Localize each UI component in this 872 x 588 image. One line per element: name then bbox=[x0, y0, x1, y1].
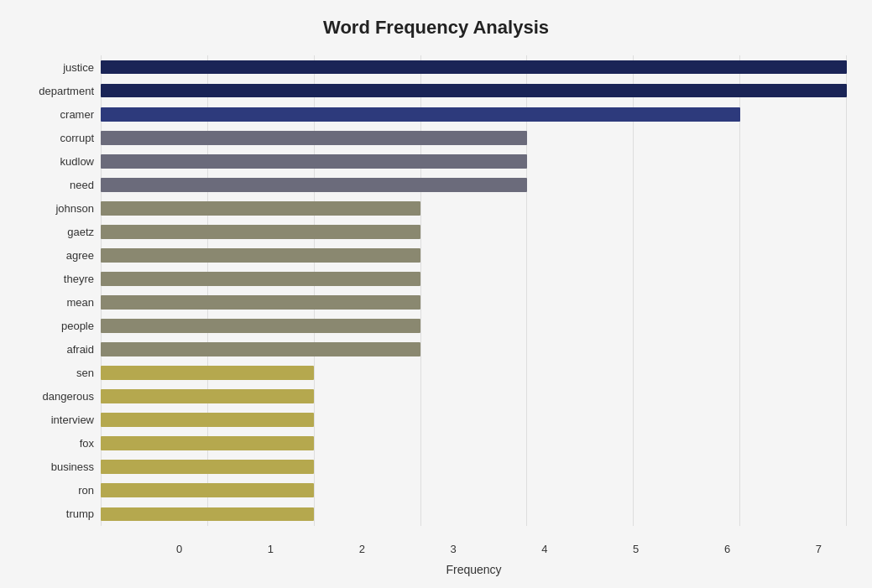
y-axis-label: corrupt bbox=[60, 126, 94, 149]
bar-row bbox=[101, 315, 847, 338]
y-axis-label: sen bbox=[76, 362, 94, 385]
y-axis-label: theyre bbox=[64, 267, 94, 290]
bar bbox=[101, 225, 420, 239]
bar bbox=[101, 319, 420, 333]
y-axis-label: fox bbox=[80, 432, 94, 455]
bar-row bbox=[101, 149, 847, 173]
y-axis-label: interview bbox=[51, 408, 94, 432]
chart-area: justicedepartmentcramercorruptkudlowneed… bbox=[25, 55, 847, 526]
bar bbox=[101, 413, 314, 427]
y-axis-label: gaetz bbox=[67, 220, 94, 243]
y-axis-label: mean bbox=[66, 290, 94, 314]
bar bbox=[101, 272, 420, 286]
y-axis-label: johnson bbox=[55, 196, 94, 220]
y-axis-label: people bbox=[61, 315, 94, 338]
x-tick-label: 2 bbox=[359, 543, 365, 555]
x-tick-label: 5 bbox=[633, 543, 639, 555]
bar-row bbox=[101, 196, 847, 220]
y-axis-label: trump bbox=[66, 502, 94, 526]
y-axis-label: ron bbox=[78, 479, 94, 502]
bar-row bbox=[101, 55, 847, 79]
bar bbox=[101, 436, 314, 450]
bar bbox=[101, 248, 420, 263]
x-tick-label: 7 bbox=[816, 543, 822, 555]
bar bbox=[101, 389, 314, 403]
chart-title: Word Frequency Analysis bbox=[25, 17, 847, 39]
bar bbox=[101, 84, 847, 98]
bar-row bbox=[101, 220, 847, 243]
x-axis-title: Frequency bbox=[101, 563, 847, 576]
bar bbox=[101, 201, 420, 216]
bar-row bbox=[101, 290, 847, 314]
bar bbox=[101, 178, 527, 192]
bar-row bbox=[101, 173, 847, 196]
bar bbox=[101, 342, 420, 356]
x-tick-label: 1 bbox=[268, 543, 274, 555]
x-tick-label: 0 bbox=[176, 543, 182, 555]
x-axis-labels: 01234567 bbox=[176, 543, 822, 555]
bar bbox=[101, 366, 314, 380]
bar-row bbox=[101, 432, 847, 455]
bar-row bbox=[101, 79, 847, 102]
x-tick-label: 4 bbox=[541, 543, 547, 555]
y-axis-label: afraid bbox=[66, 338, 94, 362]
bars-and-grid: 01234567 Frequency bbox=[101, 55, 847, 526]
bar-row bbox=[101, 102, 847, 126]
y-axis-label: business bbox=[51, 455, 94, 479]
bar-row bbox=[101, 502, 847, 526]
y-axis-label: kudlow bbox=[60, 149, 94, 173]
bar-row bbox=[101, 455, 847, 479]
bar-row bbox=[101, 338, 847, 362]
bar bbox=[101, 507, 314, 522]
y-axis-label: dangerous bbox=[43, 385, 94, 408]
y-axis-label: agree bbox=[66, 243, 94, 267]
bar-row bbox=[101, 126, 847, 149]
y-axis-label: cramer bbox=[60, 102, 94, 126]
bar bbox=[101, 295, 420, 310]
bar-row bbox=[101, 408, 847, 432]
bars-container bbox=[101, 55, 847, 526]
y-axis-label: justice bbox=[63, 55, 94, 79]
bar-row bbox=[101, 243, 847, 267]
x-tick-label: 3 bbox=[450, 543, 456, 555]
bar-row bbox=[101, 362, 847, 385]
bar bbox=[101, 460, 314, 474]
y-axis-label: need bbox=[70, 173, 94, 196]
bar bbox=[101, 131, 527, 145]
bar bbox=[101, 60, 847, 75]
y-axis: justicedepartmentcramercorruptkudlowneed… bbox=[25, 55, 101, 526]
bar bbox=[101, 483, 314, 497]
bar-row bbox=[101, 385, 847, 408]
chart-container: Word Frequency Analysis justicedepartmen… bbox=[0, 0, 872, 588]
bar-row bbox=[101, 479, 847, 502]
x-tick-label: 6 bbox=[724, 543, 730, 555]
bar bbox=[101, 107, 740, 122]
bar-row bbox=[101, 267, 847, 290]
y-axis-label: department bbox=[39, 79, 94, 102]
bar bbox=[101, 154, 527, 169]
